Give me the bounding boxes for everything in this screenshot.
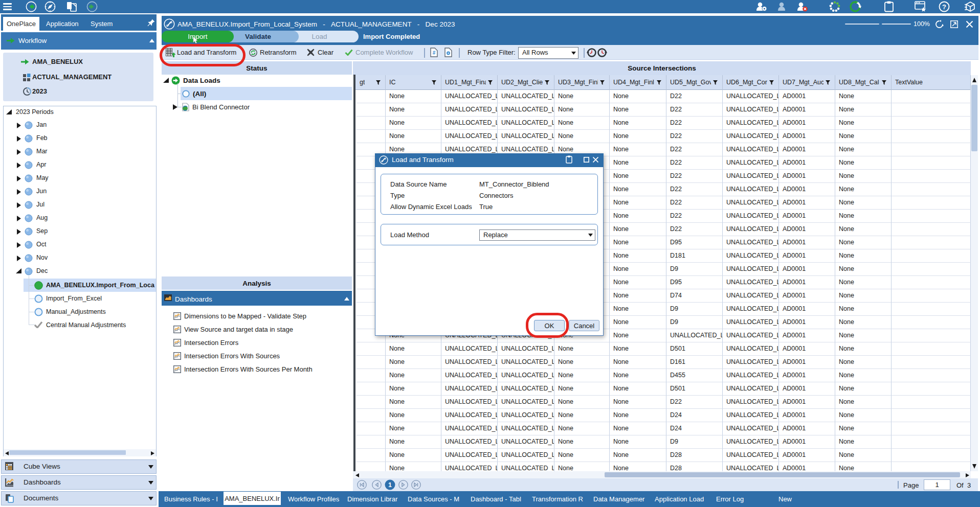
- svg-text:?: ?: [942, 3, 946, 11]
- svg-text:#: #: [433, 50, 436, 56]
- svg-text:1: 1: [388, 481, 392, 489]
